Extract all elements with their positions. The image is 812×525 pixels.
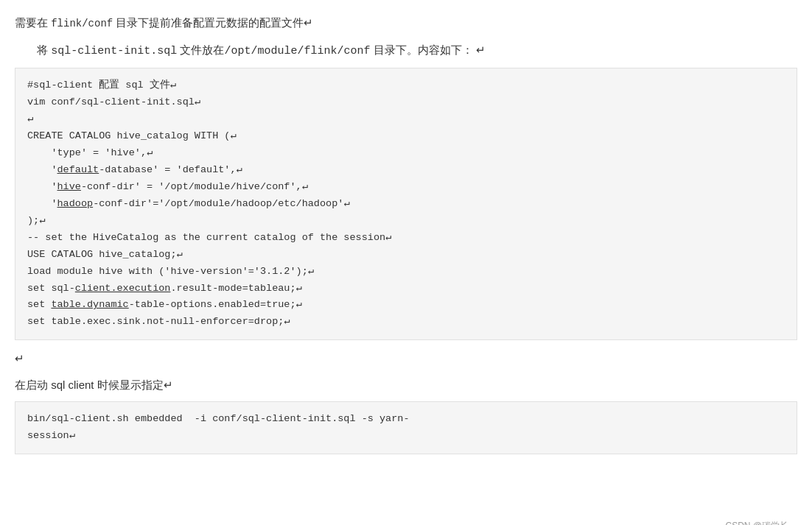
code-line-set-execution: set sql-client.execution.result-mode=tab… <box>27 283 302 294</box>
startup-description: 在启动 sql client 时候显示指定↵ <box>15 376 797 395</box>
intro-line1: 需要在 flink/conf 目录下提前准备配置元数据的配置文件↵ <box>15 13 797 33</box>
code-line-set-dynamic: set table.dynamic-table-options.enabled=… <box>27 299 302 310</box>
command-line2: session↵ <box>27 430 75 441</box>
code-line-hadoop-conf: 'hadoop-conf-dir'='/opt/module/hadoop/et… <box>27 198 350 209</box>
intro-line2: 将 sql-client-init.sql 文件放在/opt/module/fl… <box>37 40 797 61</box>
page-wrapper: 需要在 flink/conf 目录下提前准备配置元数据的配置文件↵ 将 sql-… <box>15 13 797 525</box>
code-line-type: 'type' = 'hive',↵ <box>27 147 153 158</box>
code-line-comment: #sql-client 配置 sql 文件↵ <box>27 80 176 91</box>
code-line-comment2: -- set the HiveCatalog as the current ca… <box>27 232 391 243</box>
code-line-hive-conf: 'hive-conf-dir' = '/opt/module/hive/conf… <box>27 181 308 192</box>
main-code-block: #sql-client 配置 sql 文件↵ vim conf/sql-clie… <box>15 68 797 340</box>
footer-label: CSDN @碳学长 <box>725 520 788 525</box>
code-line-blank1: ↵ <box>27 113 33 124</box>
code-line-create: CREATE CATALOG hive_catalog WITH (↵ <box>27 130 237 141</box>
blank-after-code: ↵ <box>15 349 797 368</box>
code-line-close: );↵ <box>27 215 45 226</box>
code-line-default-db: 'default-database' = 'default',↵ <box>27 164 242 175</box>
code-line-set-exec: set table.exec.sink.not-null-enforcer=dr… <box>27 316 290 327</box>
code-line-load-module: load module hive with ('hive-version'='3… <box>27 266 314 277</box>
command-line1: bin/sql-client.sh embedded -i conf/sql-c… <box>27 413 409 424</box>
code-line-vim: vim conf/sql-client-init.sql↵ <box>27 96 200 108</box>
code-line-use-catalog: USE CATALOG hive_catalog;↵ <box>27 249 183 260</box>
command-code-block: bin/sql-client.sh embedded -i conf/sql-c… <box>15 401 797 454</box>
